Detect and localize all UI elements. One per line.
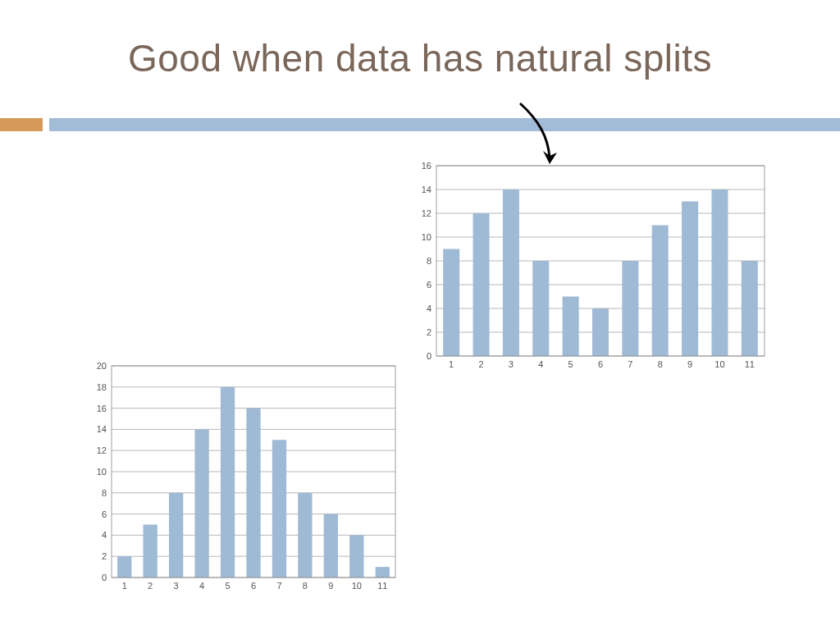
x-tick-label: 2: [478, 359, 483, 369]
x-tick-label: 8: [658, 359, 663, 369]
rule-accent-blue: [49, 118, 840, 131]
bar: [503, 189, 519, 356]
x-tick-label: 6: [251, 581, 256, 591]
arrow-annotation-icon: [512, 97, 561, 171]
bar: [473, 213, 490, 356]
x-tick-label: 11: [745, 359, 755, 369]
y-tick-label: 14: [97, 424, 107, 434]
x-tick-label: 5: [568, 359, 573, 369]
x-tick-label: 9: [687, 359, 692, 369]
bar: [376, 567, 390, 578]
x-tick-label: 11: [377, 581, 387, 591]
y-tick-label: 20: [97, 361, 107, 371]
x-tick-label: 3: [174, 581, 179, 591]
rule-accent-orange: [0, 118, 43, 131]
y-tick-label: 2: [427, 327, 431, 337]
bar: [272, 440, 286, 578]
y-tick-label: 6: [427, 280, 431, 290]
bar: [194, 429, 208, 578]
x-tick-label: 6: [598, 359, 603, 369]
y-tick-label: 8: [102, 488, 107, 498]
bar: [324, 514, 338, 578]
y-tick-label: 0: [102, 573, 107, 582]
y-tick-label: 16: [97, 404, 107, 413]
bar: [742, 261, 758, 356]
x-tick-label: 3: [509, 359, 514, 369]
bar-chart-bimodal: 02468101214161234567891011: [407, 161, 769, 371]
y-tick-label: 12: [97, 445, 107, 455]
x-tick-label: 7: [628, 359, 632, 369]
y-tick-label: 12: [422, 208, 431, 218]
bar: [592, 308, 609, 356]
y-tick-label: 6: [102, 509, 107, 519]
y-tick-label: 0: [427, 351, 431, 361]
x-tick-label: 5: [225, 581, 230, 591]
bar: [144, 525, 158, 578]
y-tick-label: 16: [422, 161, 431, 171]
title-rule: [0, 118, 840, 131]
x-tick-label: 8: [303, 581, 308, 591]
y-tick-label: 2: [102, 551, 107, 561]
bar: [532, 261, 549, 356]
x-tick-label: 1: [122, 581, 127, 591]
bar: [622, 261, 638, 356]
x-tick-label: 4: [199, 581, 204, 591]
y-tick-label: 4: [427, 304, 431, 313]
y-tick-label: 14: [422, 185, 431, 194]
bar: [652, 226, 669, 357]
bar: [349, 535, 363, 578]
bar: [117, 556, 131, 578]
y-tick-label: 4: [102, 530, 107, 540]
x-tick-label: 10: [352, 581, 362, 591]
y-tick-label: 18: [97, 382, 107, 392]
x-tick-label: 7: [276, 581, 281, 591]
bar: [711, 189, 728, 356]
y-tick-label: 8: [427, 256, 431, 266]
bar: [682, 202, 698, 357]
slide-title: Good when data has natural splits: [0, 36, 840, 80]
bar: [443, 249, 459, 357]
x-tick-label: 2: [148, 581, 153, 591]
x-tick-label: 9: [328, 581, 333, 591]
x-tick-label: 4: [538, 359, 543, 369]
bar: [298, 493, 312, 578]
bar: [246, 409, 260, 578]
y-tick-label: 10: [422, 232, 431, 242]
y-tick-label: 10: [97, 467, 107, 477]
x-tick-label: 10: [714, 359, 724, 369]
x-tick-label: 1: [449, 359, 454, 369]
bar: [563, 297, 579, 357]
bar-chart-unimodal: 024681012141618201234567891011: [84, 361, 400, 592]
bar: [221, 387, 235, 578]
bar: [169, 493, 183, 578]
